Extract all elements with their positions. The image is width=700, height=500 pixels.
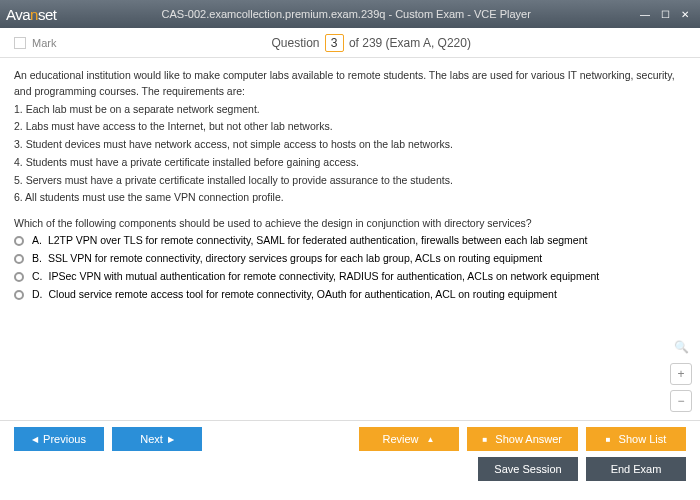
option-text: SSL VPN for remote connectivity, directo…: [48, 252, 542, 264]
next-button[interactable]: Next: [112, 427, 202, 451]
radio-icon: [14, 290, 24, 300]
radio-icon: [14, 272, 24, 282]
mark-checkbox[interactable]: [14, 37, 26, 49]
option-letter: B.: [32, 252, 42, 264]
question-indicator: Question 3 of 239 (Exam A, Q220): [56, 34, 686, 52]
magnifier-icon[interactable]: 🔍: [670, 336, 692, 358]
save-session-button[interactable]: Save Session: [478, 457, 578, 481]
requirement-5: 5. Servers must have a private certifica…: [14, 173, 686, 189]
question-header: Mark Question 3 of 239 (Exam A, Q220): [0, 28, 700, 58]
footer: Previous Next Review Show Answer Show Li…: [0, 420, 700, 492]
zoom-in-button[interactable]: +: [670, 363, 692, 385]
zoom-controls: 🔍 + −: [670, 336, 692, 412]
previous-button[interactable]: Previous: [14, 427, 104, 451]
requirement-1: 1. Each lab must be on a separate networ…: [14, 102, 686, 118]
question-prompt: Which of the following components should…: [14, 216, 686, 232]
requirement-4: 4. Students must have a private certific…: [14, 155, 686, 171]
option-b[interactable]: B. SSL VPN for remote connectivity, dire…: [14, 252, 686, 264]
option-letter: C.: [32, 270, 43, 282]
option-text: Cloud service remote access tool for rem…: [49, 288, 557, 300]
show-list-button[interactable]: Show List: [586, 427, 686, 451]
option-letter: D.: [32, 288, 43, 300]
window-controls: — ☐ ✕: [636, 6, 694, 22]
question-intro: An educational institution would like to…: [14, 68, 686, 100]
question-body: An educational institution would like to…: [14, 68, 686, 232]
review-button[interactable]: Review: [359, 427, 459, 451]
question-content: An educational institution would like to…: [0, 58, 700, 420]
radio-icon: [14, 254, 24, 264]
close-button[interactable]: ✕: [676, 6, 694, 22]
option-text: IPSec VPN with mutual authentication for…: [49, 270, 600, 282]
option-c[interactable]: C. IPSec VPN with mutual authentication …: [14, 270, 686, 282]
titlebar: Avanset CAS-002.examcollection.premium.e…: [0, 0, 700, 28]
requirement-3: 3. Student devices must have network acc…: [14, 137, 686, 153]
option-d[interactable]: D. Cloud service remote access tool for …: [14, 288, 686, 300]
option-letter: A.: [32, 234, 42, 246]
window-title: CAS-002.examcollection.premium.exam.239q…: [56, 8, 636, 20]
end-exam-button[interactable]: End Exam: [586, 457, 686, 481]
option-text: L2TP VPN over TLS for remote connectivit…: [48, 234, 587, 246]
footer-session-row: Save Session End Exam: [14, 457, 686, 481]
requirement-2: 2. Labs must have access to the Internet…: [14, 119, 686, 135]
mark-label: Mark: [32, 37, 56, 49]
requirement-6: 6. All students must use the same VPN co…: [14, 190, 686, 206]
app-logo: Avanset: [6, 6, 56, 23]
answer-options: A. L2TP VPN over TLS for remote connecti…: [14, 234, 686, 300]
question-number: 3: [325, 34, 344, 52]
zoom-out-button[interactable]: −: [670, 390, 692, 412]
maximize-button[interactable]: ☐: [656, 6, 674, 22]
option-a[interactable]: A. L2TP VPN over TLS for remote connecti…: [14, 234, 686, 246]
radio-icon: [14, 236, 24, 246]
minimize-button[interactable]: —: [636, 6, 654, 22]
footer-nav-row: Previous Next Review Show Answer Show Li…: [14, 427, 686, 451]
show-answer-button[interactable]: Show Answer: [467, 427, 579, 451]
